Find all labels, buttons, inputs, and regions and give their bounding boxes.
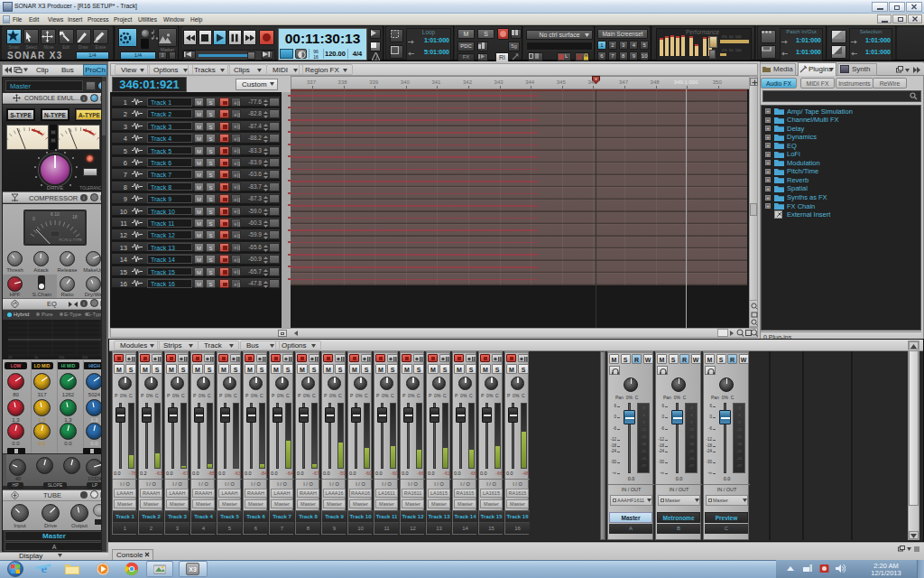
- svg-text:18: 18: [72, 214, 78, 219]
- svg-text:6 10: 6 10: [51, 211, 60, 217]
- svg-text:0: 0: [32, 216, 35, 221]
